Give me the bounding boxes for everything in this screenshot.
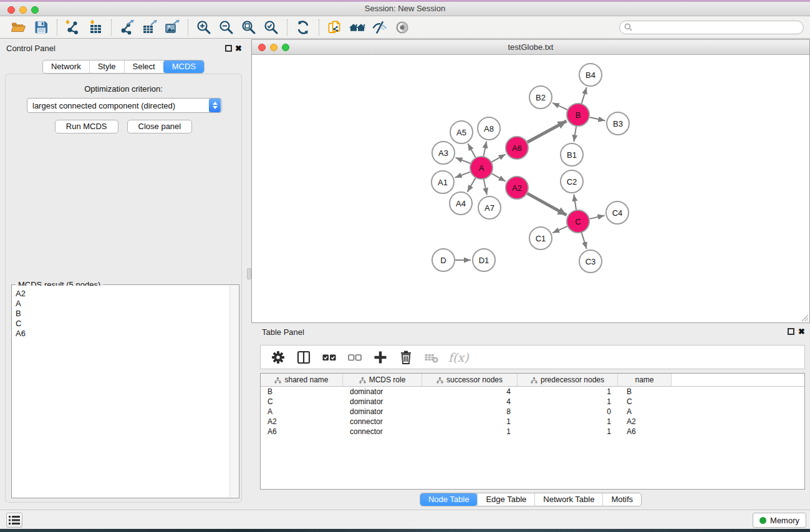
mcds-result-item[interactable]: A2	[12, 289, 229, 299]
node-C2[interactable]: C2	[561, 170, 583, 193]
column-header-shared-name[interactable]: shared name	[261, 374, 343, 386]
add-column-button[interactable]	[372, 349, 389, 366]
clone-network-button[interactable]	[324, 18, 346, 37]
node-D[interactable]: D	[432, 249, 455, 271]
delete-column-button[interactable]	[397, 349, 415, 366]
close-panel-icon[interactable]: ✖	[235, 45, 242, 52]
node-D1[interactable]: D1	[473, 249, 495, 271]
task-history-button[interactable]	[6, 513, 22, 528]
tab-style[interactable]: Style	[89, 60, 124, 73]
zoom-traffic-light[interactable]	[31, 6, 39, 14]
edge-A-A6[interactable]	[492, 154, 506, 162]
tab-select[interactable]: Select	[124, 60, 163, 73]
edge-B-B3[interactable]	[590, 117, 605, 120]
tab-edge-table[interactable]: Edge Table	[477, 493, 534, 506]
node-B[interactable]: B	[567, 104, 589, 126]
node-B1[interactable]: B1	[561, 143, 583, 166]
import-table-button[interactable]	[84, 18, 107, 37]
minimize-traffic-light[interactable]	[270, 44, 277, 51]
unselect-all-button[interactable]	[346, 349, 364, 366]
edge-B-B4[interactable]	[582, 87, 587, 104]
node-B4[interactable]: B4	[579, 64, 602, 86]
float-panel-icon[interactable]	[225, 45, 232, 52]
function-builder-button[interactable]: f(x)	[448, 349, 469, 366]
edge-A-A2[interactable]	[492, 173, 506, 181]
close-traffic-light[interactable]	[258, 44, 266, 51]
table-row[interactable]: Cdominator41C	[261, 397, 804, 407]
table-row[interactable]: A2connector11A2	[261, 417, 804, 427]
node-C1[interactable]: C1	[529, 227, 552, 249]
node-A8[interactable]: A8	[478, 117, 500, 140]
node-B3[interactable]: B3	[607, 112, 629, 135]
select-all-button[interactable]	[321, 349, 338, 366]
dropdown-stepper-icon[interactable]	[209, 99, 221, 112]
edge-C-C4[interactable]	[590, 216, 605, 219]
run-mcds-button[interactable]: Run MCDS	[55, 120, 118, 133]
node-A5[interactable]: A5	[450, 121, 473, 143]
table-row[interactable]: Bdominator41B	[261, 387, 804, 397]
tab-node-table[interactable]: Node Table	[420, 493, 478, 506]
table-settings-button[interactable]	[269, 349, 287, 366]
close-traffic-light[interactable]	[7, 6, 15, 14]
memory-button[interactable]: Memory	[753, 513, 806, 528]
mcds-result-item[interactable]: C	[12, 319, 229, 329]
node-C3[interactable]: C3	[579, 250, 602, 273]
close-panel-icon[interactable]: ✖	[798, 328, 805, 335]
window-resize-grip[interactable]	[800, 313, 809, 322]
refresh-button[interactable]	[292, 18, 314, 37]
edge-A-A5[interactable]	[468, 143, 475, 157]
export-network-button[interactable]	[116, 18, 138, 37]
mcds-result-item[interactable]: B	[12, 309, 229, 319]
mcds-result-item[interactable]: A6	[12, 329, 229, 339]
network-canvas[interactable]: AA1A2A3A4A5A6A7A8BB1B2B3B4CC1C2C3C4DD1	[252, 55, 809, 322]
close-panel-button[interactable]: Close panel	[127, 120, 193, 133]
open-session-button[interactable]	[7, 18, 30, 37]
edge-B-B2[interactable]	[552, 103, 567, 110]
result-list-scrollbar[interactable]	[229, 286, 238, 497]
zoom-in-button[interactable]	[193, 18, 215, 37]
float-panel-icon[interactable]	[788, 328, 794, 335]
edge-A-A3[interactable]	[456, 158, 471, 163]
edge-C-C2[interactable]	[574, 195, 576, 210]
table-row[interactable]: A6connector11A6	[261, 427, 804, 437]
mcds-result-item[interactable]: A	[12, 299, 229, 309]
save-session-button[interactable]	[30, 18, 52, 37]
split-columns-button[interactable]	[295, 349, 312, 366]
column-header-predecessor-nodes[interactable]: predecessor nodes	[518, 374, 618, 386]
export-table-button[interactable]	[138, 18, 161, 37]
import-network-button[interactable]	[62, 18, 84, 37]
minimize-traffic-light[interactable]	[19, 6, 27, 14]
edge-A-A7[interactable]	[484, 180, 487, 195]
node-B2[interactable]: B2	[529, 86, 552, 109]
node-A[interactable]: A	[470, 157, 493, 179]
node-A2[interactable]: A2	[506, 177, 528, 199]
export-image-button[interactable]	[161, 18, 183, 37]
edge-A-A1[interactable]	[455, 172, 470, 178]
edge-A2-C[interactable]	[528, 193, 567, 215]
node-C[interactable]: C	[567, 210, 589, 233]
column-header-name[interactable]: name	[618, 374, 672, 386]
node-C4[interactable]: C4	[606, 201, 629, 224]
column-header-successor-nodes[interactable]: successor nodes	[422, 374, 518, 386]
zoom-fit-button[interactable]	[238, 18, 260, 37]
hide-panels-button[interactable]	[369, 18, 391, 37]
edge-A-A8[interactable]	[484, 142, 487, 157]
tab-mcds[interactable]: MCDS	[163, 60, 204, 73]
edge-B-B1[interactable]	[574, 127, 576, 142]
node-A6[interactable]: A6	[506, 137, 528, 159]
table-row[interactable]: Adominator80A	[261, 407, 804, 417]
tab-motifs[interactable]: Motifs	[602, 493, 641, 506]
delete-table-button[interactable]	[423, 349, 440, 366]
node-A3[interactable]: A3	[432, 142, 455, 164]
search-input[interactable]	[635, 22, 799, 32]
edge-A-A4[interactable]	[468, 178, 476, 191]
zoom-out-button[interactable]	[215, 18, 238, 37]
edge-C-C1[interactable]	[552, 226, 567, 233]
edge-C-C3[interactable]	[582, 233, 587, 249]
vertical-splitter[interactable]	[247, 40, 251, 506]
home-button[interactable]	[346, 18, 369, 37]
optimization-criterion-dropdown[interactable]: largest connected component (directed)	[27, 98, 222, 113]
search-box[interactable]	[619, 21, 804, 34]
edge-A6-B[interactable]	[528, 121, 567, 142]
tab-network-table[interactable]: Network Table	[534, 493, 602, 506]
